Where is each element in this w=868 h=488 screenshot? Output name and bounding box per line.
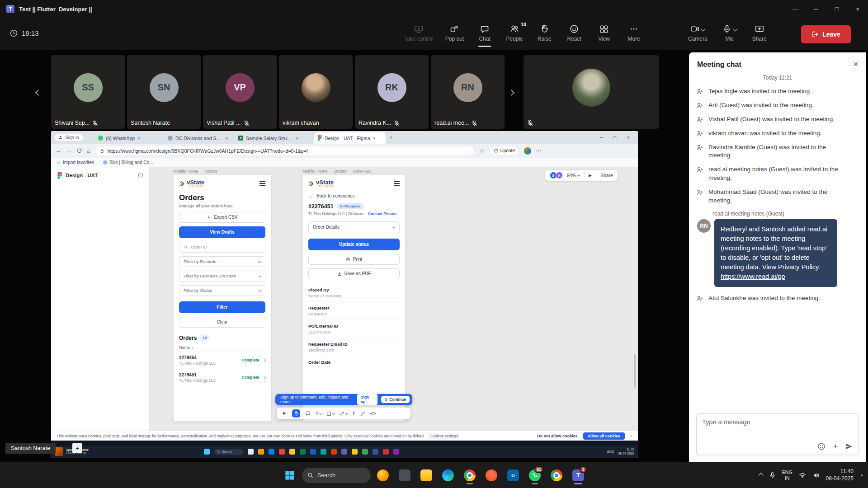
presenter-taskbar-app[interactable] xyxy=(258,449,264,455)
figma-share-button[interactable]: Share xyxy=(600,173,613,178)
emoji-icon[interactable] xyxy=(817,442,826,450)
google-continue-button[interactable]: G Continue xyxy=(381,396,410,403)
browser-tab-whatsapp[interactable]: (6) WhatsApp × xyxy=(94,132,161,144)
presenter-clock[interactable]: 11:40 08-04-2025 xyxy=(618,448,634,456)
filmstrip-next-button[interactable] xyxy=(509,89,514,97)
figma-frame-order-detail[interactable]: vState FILINGS ← Back to companies #2276… xyxy=(302,174,406,422)
taskbar-clock[interactable]: 11:40 08-04-2025 xyxy=(826,468,854,482)
window-maximize-button[interactable]: □ xyxy=(826,0,847,18)
figma-frame-orders[interactable]: vState FILINGS Orders Manage all your or… xyxy=(173,174,271,422)
presenter-search-box[interactable]: Search xyxy=(214,449,243,455)
browser-update-button[interactable]: Update xyxy=(489,146,519,155)
start-icon[interactable] xyxy=(204,449,210,455)
text-tool-icon[interactable]: T xyxy=(353,411,355,416)
participant-tile[interactable]: RK Ravindra K... xyxy=(355,55,429,129)
people-button[interactable]: 10 People xyxy=(503,23,526,44)
chat-close-icon[interactable]: × xyxy=(853,60,858,69)
taskbar-search-box[interactable]: Search xyxy=(302,468,371,483)
taskbar-app-explorer[interactable] xyxy=(417,465,436,485)
home-icon[interactable]: ⌂ xyxy=(87,147,90,154)
deny-cookies-button[interactable]: Do not allow cookies xyxy=(537,434,578,438)
save-as-pdf-button[interactable]: Save as PDF xyxy=(308,268,400,279)
cookie-settings-link[interactable]: Cookies settings xyxy=(430,434,458,438)
volume-icon[interactable] xyxy=(812,472,820,479)
taskbar-app-vscode[interactable]: ‹› xyxy=(504,465,523,485)
frame-tool-icon[interactable]: # xyxy=(316,411,321,416)
presenter-taskbar-app[interactable] xyxy=(321,449,326,455)
taskbar-app-brave[interactable] xyxy=(482,465,501,485)
tray-expand-icon[interactable] xyxy=(758,473,763,478)
cookie-close-icon[interactable]: × xyxy=(630,434,632,438)
leave-button[interactable]: Leave xyxy=(801,25,851,43)
presenter-taskbar-app[interactable] xyxy=(362,449,368,455)
order-row[interactable]: 2279454TL Flex Holdings LLC Complete xyxy=(179,352,265,369)
taskbar-app-edge[interactable] xyxy=(439,465,458,485)
presenter-taskbar-app[interactable] xyxy=(352,449,358,455)
allow-cookies-button[interactable]: Allow all cookies xyxy=(583,432,625,440)
comment-tool-icon[interactable] xyxy=(305,411,311,416)
filter-status-select[interactable]: Filter by Status xyxy=(179,285,265,296)
filter-domicile-select[interactable]: Filter by Domicile xyxy=(179,256,265,267)
chat-message[interactable]: RN Redberyl and Santosh added read.ai me… xyxy=(696,219,858,287)
clear-button[interactable]: Clear xyxy=(179,317,265,328)
browser-tab-salary-sheet[interactable]: X Sample Salary Structure with cal... × xyxy=(235,132,312,144)
order-row[interactable]: 2279451TL Flex Holdings LLC Complete xyxy=(179,369,265,386)
site-info-icon[interactable] xyxy=(100,149,104,153)
panel-toggle-icon[interactable] xyxy=(138,173,143,178)
order-id-search-input[interactable]: Order ID xyxy=(179,242,265,253)
tray-mic-icon[interactable] xyxy=(769,472,776,479)
share-button[interactable]: Share xyxy=(749,23,770,44)
pop-out-button[interactable]: Pop out xyxy=(443,23,467,44)
participant-tile[interactable]: vikram chavan xyxy=(279,55,353,129)
taskbar-app-files[interactable] xyxy=(395,465,414,485)
collaborator-avatar[interactable]: A xyxy=(556,172,563,179)
send-icon[interactable] xyxy=(845,442,853,450)
browser-tab-figma[interactable]: Design - UAT - Figma × xyxy=(314,132,386,144)
start-button[interactable] xyxy=(280,465,299,485)
presenter-language[interactable]: ENG xyxy=(607,450,614,453)
browser-signin-chip[interactable]: Sign in xyxy=(55,134,83,141)
pen-tool-icon[interactable] xyxy=(340,411,348,416)
tab-close-icon[interactable]: × xyxy=(225,136,228,141)
hand-tool-icon[interactable] xyxy=(292,409,300,418)
tab-close-icon[interactable]: × xyxy=(296,136,298,141)
mic-button[interactable]: Mic xyxy=(719,23,740,44)
bookmark-bills-item[interactable]: Bills | Billing and Co... xyxy=(103,160,153,165)
view-button[interactable]: View xyxy=(592,23,616,44)
chat-button[interactable]: Chat xyxy=(473,23,496,44)
presenter-taskbar-app[interactable] xyxy=(300,449,306,455)
window-minimize-button[interactable]: ─ xyxy=(806,0,826,18)
window-close-button[interactable]: × xyxy=(847,0,868,18)
tab-close-icon[interactable]: × xyxy=(373,136,376,141)
browser-maximize-icon[interactable]: □ xyxy=(608,135,622,140)
presenter-taskbar-app[interactable] xyxy=(341,449,347,455)
hamburger-menu-icon[interactable] xyxy=(394,181,400,186)
participant-tile[interactable]: VP Vishal Patil ... xyxy=(203,55,277,129)
mic-chevron-icon[interactable] xyxy=(733,27,737,31)
export-csv-button[interactable]: Export CSV xyxy=(179,212,265,223)
browser-minimize-icon[interactable]: ─ xyxy=(594,135,608,140)
order-details-select[interactable]: Order Details xyxy=(308,221,400,233)
more-button[interactable]: More xyxy=(622,23,646,44)
presenter-taskbar-app[interactable] xyxy=(373,449,378,455)
chat-message-list[interactable]: Tejas Ingle was invited to the meeting. … xyxy=(689,87,866,409)
chat-input-box[interactable]: + xyxy=(696,413,859,455)
browser-tab-dc-divisions[interactable]: DC Divisions and Surroundings × xyxy=(164,132,233,144)
attach-icon[interactable]: + xyxy=(833,442,838,450)
presenter-taskbar-app[interactable] xyxy=(331,449,337,455)
print-button[interactable]: Print xyxy=(308,254,400,265)
back-icon[interactable]: ← xyxy=(56,147,61,154)
signup-button[interactable]: Sign up xyxy=(357,394,377,405)
camera-chevron-icon[interactable] xyxy=(701,27,706,31)
tab-close-icon[interactable]: × xyxy=(137,136,140,141)
window-more-icon[interactable]: ⋯ xyxy=(785,0,806,18)
canvas-scrollbar[interactable] xyxy=(634,354,636,388)
move-tool-icon[interactable] xyxy=(282,411,287,416)
contact-person-link[interactable]: Contact-Person xyxy=(368,211,396,216)
participant-tile[interactable]: RN read.ai mee... xyxy=(431,55,505,129)
react-button[interactable]: React xyxy=(562,23,586,44)
presenter-taskbar-app[interactable] xyxy=(310,449,316,455)
participant-tile-presenter[interactable] xyxy=(524,55,659,129)
participant-tile[interactable]: SS Shivani Sup... xyxy=(51,55,125,129)
new-tab-icon[interactable]: + xyxy=(389,134,393,141)
